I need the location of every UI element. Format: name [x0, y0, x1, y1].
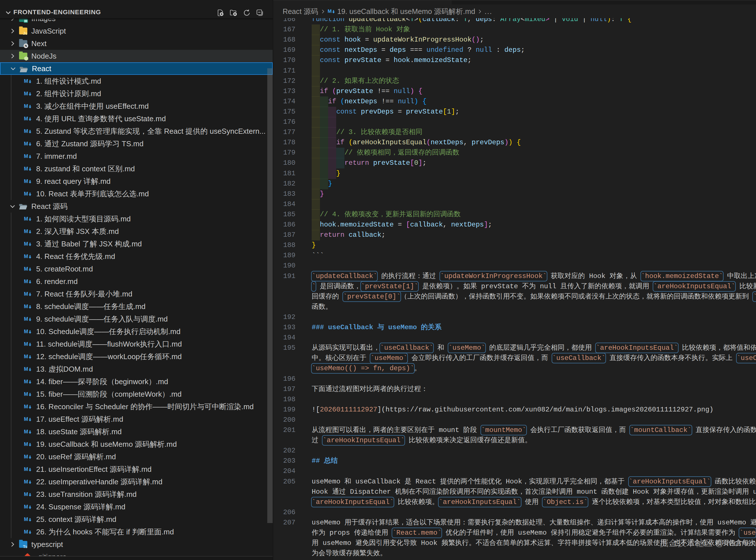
- svg-text:M: M: [24, 254, 28, 259]
- svg-text:M: M: [24, 416, 28, 422]
- svg-text:M: M: [24, 517, 28, 522]
- svg-text:M: M: [24, 141, 28, 146]
- svg-text:M: M: [24, 492, 28, 497]
- svg-text:M: M: [24, 366, 28, 372]
- svg-text:M: M: [24, 354, 28, 359]
- svg-text:M: M: [24, 341, 28, 347]
- svg-text:M: M: [24, 291, 28, 297]
- svg-text:M: M: [24, 379, 28, 384]
- svg-text:M: M: [24, 304, 28, 309]
- svg-text:M: M: [327, 8, 332, 14]
- svg-text:M: M: [24, 441, 28, 447]
- svg-text:M: M: [24, 404, 28, 409]
- svg-text:M: M: [24, 166, 28, 172]
- svg-text:M: M: [24, 391, 28, 397]
- svg-text:M: M: [24, 228, 28, 234]
- svg-text:M: M: [24, 153, 28, 159]
- svg-text:M: M: [24, 216, 28, 222]
- svg-text:M: M: [24, 103, 28, 109]
- svg-text:M: M: [24, 178, 28, 184]
- svg-text:M: M: [24, 91, 28, 97]
- svg-text:M: M: [24, 504, 28, 509]
- svg-text:M: M: [24, 116, 28, 121]
- svg-text:M: M: [24, 279, 28, 284]
- svg-text:M: M: [24, 191, 28, 197]
- svg-text:M: M: [24, 529, 28, 535]
- svg-text:M: M: [24, 429, 28, 435]
- svg-text:M: M: [24, 128, 28, 134]
- svg-text:M: M: [24, 479, 28, 485]
- svg-text:M: M: [24, 466, 28, 472]
- svg-text:M: M: [24, 266, 28, 272]
- svg-text:M: M: [24, 316, 28, 322]
- svg-text:M: M: [24, 329, 28, 334]
- svg-text:M: M: [24, 241, 28, 247]
- svg-text:M: M: [24, 454, 28, 460]
- svg-text:M: M: [24, 78, 28, 84]
